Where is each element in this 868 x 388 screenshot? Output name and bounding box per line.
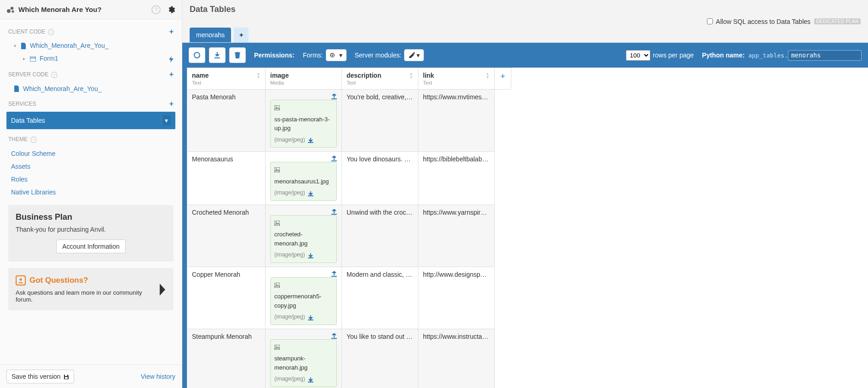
service-data-tables[interactable]: Data Tables ▾ bbox=[6, 112, 175, 129]
media-filename: ss-pasta-menorah-3-up.jpg bbox=[274, 115, 333, 133]
plan-card: Business Plan Thank-you for purchasing A… bbox=[8, 205, 174, 262]
refresh-button[interactable] bbox=[189, 47, 205, 63]
settings-gear-icon[interactable] bbox=[167, 5, 175, 14]
rows-per-page-select[interactable]: 100 bbox=[626, 50, 650, 61]
tab-add[interactable]: + bbox=[234, 28, 249, 42]
theme-assets[interactable]: Assets bbox=[0, 160, 182, 173]
svg-rect-15 bbox=[65, 377, 68, 379]
data-table: name Text ▲▼ image Media bbox=[187, 68, 511, 388]
sort-icon[interactable]: ▲▼ bbox=[256, 72, 260, 79]
cell-description[interactable]: Modern and classic, just lik… bbox=[347, 271, 413, 278]
media-filename: coppermenorah5-copy.jpg bbox=[274, 292, 333, 310]
cell-name[interactable]: Copper Menorah bbox=[192, 271, 260, 278]
add-column-button[interactable]: + bbox=[495, 68, 511, 90]
chevron-down-icon[interactable]: ▾ bbox=[162, 115, 171, 126]
app-icon bbox=[6, 6, 15, 14]
svg-rect-29 bbox=[274, 221, 280, 226]
upload-icon[interactable] bbox=[331, 208, 337, 215]
column-header-description[interactable]: description Text ▲▼ bbox=[342, 68, 418, 90]
cell-link[interactable]: http://www.designsponge.c… bbox=[423, 271, 490, 278]
svg-rect-19 bbox=[413, 52, 415, 54]
sort-icon[interactable]: ▲▼ bbox=[409, 72, 413, 79]
tab-menorahs[interactable]: menorahs bbox=[190, 28, 231, 42]
client-module-item[interactable]: ▾ Which_Menorah_Are_You_ bbox=[0, 39, 182, 52]
svg-rect-39 bbox=[308, 382, 313, 382]
section-theme: THEME ? bbox=[0, 130, 182, 147]
allow-sql-checkbox[interactable]: Allow SQL access to Data Tables bbox=[705, 17, 810, 26]
forms-permission-dropdown[interactable]: ▾ bbox=[326, 49, 347, 61]
upload-icon[interactable] bbox=[331, 270, 337, 277]
table-row[interactable]: Copper Menorahcoppermenorah5-copy.jpg (i… bbox=[187, 267, 511, 329]
cell-description[interactable]: You love dinosaurs. You lo… bbox=[347, 155, 413, 163]
cell-description[interactable]: Unwind with the crocheted … bbox=[347, 209, 413, 216]
help-icon[interactable]: ? bbox=[151, 5, 161, 14]
cell-link[interactable]: https://www.yarnspirations.… bbox=[423, 209, 490, 216]
upload-icon[interactable] bbox=[331, 92, 337, 100]
theme-colour-scheme[interactable]: Colour Scheme bbox=[0, 147, 182, 160]
cell-name[interactable]: Crocheted Menorah bbox=[192, 209, 260, 216]
column-header-image[interactable]: image Media bbox=[266, 68, 342, 90]
questions-card[interactable]: Got Questions? Ask questions and learn m… bbox=[8, 268, 174, 310]
column-header-name[interactable]: name Text ▲▼ bbox=[187, 68, 266, 90]
view-history-link[interactable]: View history bbox=[141, 373, 175, 380]
cell-name[interactable]: Pasta Menorah bbox=[192, 93, 260, 101]
cell-description[interactable]: You're bold, creative, and j… bbox=[347, 93, 413, 101]
upload-icon[interactable] bbox=[331, 154, 337, 162]
media-chip[interactable]: coppermenorah5-copy.jpg (image/jpeg) bbox=[270, 277, 337, 325]
download-icon[interactable] bbox=[308, 251, 313, 260]
svg-rect-28 bbox=[331, 214, 337, 215]
table-row[interactable]: Steampunk Menorahsteampunk-menorah.jpg (… bbox=[187, 329, 511, 388]
cell-link[interactable]: https://www.instructables.c… bbox=[423, 333, 490, 340]
media-chip[interactable]: crocheted-menorah.jpg (image/jpeg) bbox=[270, 215, 337, 263]
cell-name[interactable]: Steampunk Menorah bbox=[192, 333, 260, 340]
help-icon[interactable]: ? bbox=[51, 70, 58, 80]
save-version-button[interactable]: Save this version bbox=[6, 370, 74, 383]
add-server-module-icon[interactable]: + bbox=[169, 70, 174, 79]
permissions-label: Permissions: bbox=[254, 51, 295, 59]
media-filename: menorahsaurus1.jpg bbox=[274, 177, 329, 186]
media-chip[interactable]: ss-pasta-menorah-3-up.jpg (image/jpeg) bbox=[270, 100, 337, 148]
python-name-input[interactable] bbox=[788, 50, 862, 61]
svg-rect-31 bbox=[308, 257, 313, 258]
add-client-module-icon[interactable]: + bbox=[169, 28, 174, 36]
svg-rect-25 bbox=[274, 167, 280, 172]
cell-description[interactable]: You like to stand out from t… bbox=[347, 333, 413, 340]
theme-roles[interactable]: Roles bbox=[0, 173, 182, 186]
client-form-item[interactable]: ▸ Form1 bbox=[0, 52, 182, 65]
add-service-icon[interactable]: + bbox=[169, 100, 174, 108]
svg-text:?: ? bbox=[53, 73, 56, 77]
media-chip[interactable]: steampunk-menorah.jpg (image/jpeg) bbox=[270, 339, 337, 387]
sort-icon[interactable]: ▲▼ bbox=[486, 72, 490, 79]
download-icon[interactable] bbox=[308, 313, 313, 322]
table-row[interactable]: Menorasaurusmenorahsaurus1.jpg (image/jp… bbox=[187, 152, 511, 205]
section-services: SERVICES + bbox=[0, 95, 182, 111]
image-icon bbox=[274, 342, 280, 352]
server-module-item[interactable]: Which_Menorah_Are_You_ bbox=[0, 82, 182, 95]
download-button[interactable] bbox=[209, 47, 226, 63]
help-icon[interactable]: ? bbox=[48, 27, 54, 36]
bolt-icon[interactable] bbox=[169, 55, 174, 62]
image-icon bbox=[274, 165, 280, 174]
table-toolbar: Permissions: Forms: ▾ Server modules: ▾ … bbox=[182, 43, 868, 68]
delete-button[interactable] bbox=[229, 47, 246, 63]
media-mime: (image/jpeg) bbox=[274, 188, 305, 197]
plan-subtitle: Thank-you for purchasing Anvil. bbox=[16, 226, 166, 233]
account-info-button[interactable]: Account Information bbox=[56, 240, 126, 253]
server-permission-dropdown[interactable]: ▾ bbox=[404, 49, 424, 61]
media-chip[interactable]: menorahsaurus1.jpg (image/jpeg) bbox=[270, 162, 337, 201]
media-mime: (image/jpeg) bbox=[274, 136, 305, 144]
download-icon[interactable] bbox=[308, 136, 313, 145]
column-header-link[interactable]: link Text ▲▼ bbox=[418, 68, 495, 90]
cell-name[interactable]: Menorasaurus bbox=[192, 155, 260, 163]
download-icon[interactable] bbox=[308, 375, 313, 384]
table-row[interactable]: Crocheted Menorahcrocheted-menorah.jpg (… bbox=[187, 205, 511, 267]
theme-native-libraries[interactable]: Native Libraries bbox=[0, 186, 182, 199]
cell-link[interactable]: https://www.mvtimes.com/… bbox=[423, 93, 490, 101]
media-mime: (image/jpeg) bbox=[274, 375, 305, 383]
svg-rect-36 bbox=[331, 338, 337, 339]
download-icon[interactable] bbox=[308, 188, 313, 198]
cell-link[interactable]: https://biblebeltbalabusta.c… bbox=[423, 155, 490, 163]
table-row[interactable]: Pasta Menorahss-pasta-menorah-3-up.jpg (… bbox=[187, 90, 511, 152]
upload-icon[interactable] bbox=[331, 332, 337, 339]
help-icon[interactable]: ? bbox=[30, 135, 37, 144]
